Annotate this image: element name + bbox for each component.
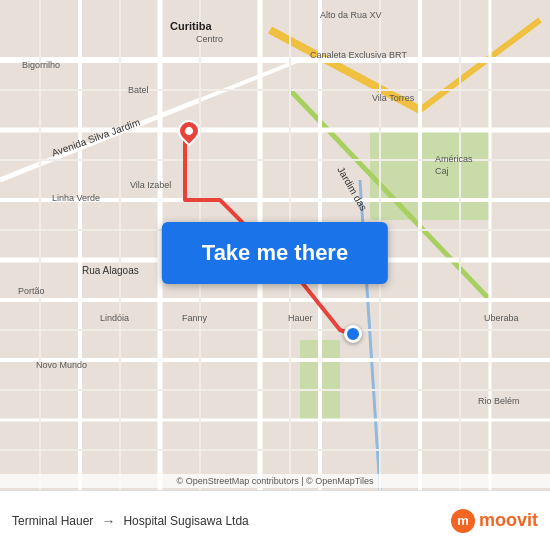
take-me-there-button[interactable]: Take me there (162, 222, 388, 284)
bottom-bar: Terminal Hauer → Hospital Sugisawa Ltda … (0, 490, 550, 550)
route-info: Terminal Hauer → Hospital Sugisawa Ltda (12, 513, 451, 529)
arrow-icon: → (101, 513, 115, 529)
destination-marker (344, 325, 362, 343)
map-container: Curitiba Centro Alto da Rua XV Bigorrilh… (0, 0, 550, 490)
moovit-text: moovit (479, 510, 538, 531)
moovit-icon: m (451, 509, 475, 533)
origin-label: Terminal Hauer (12, 514, 93, 528)
map-attribution: © OpenStreetMap contributors | © OpenMap… (0, 474, 550, 488)
destination-label: Hospital Sugisawa Ltda (123, 514, 248, 528)
moovit-logo: m moovit (451, 509, 538, 533)
